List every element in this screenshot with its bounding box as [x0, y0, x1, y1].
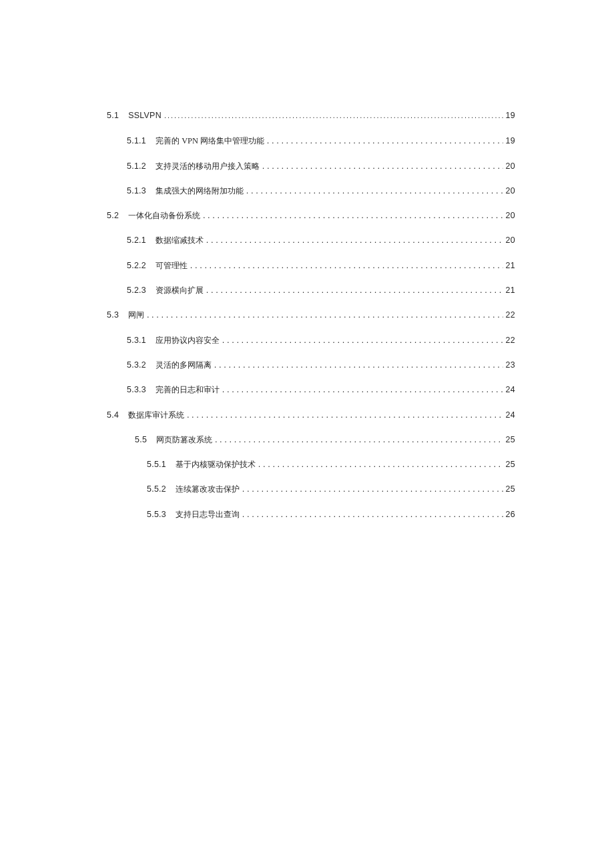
toc-page: 24	[506, 385, 515, 394]
toc-label: 5.3.3	[127, 385, 146, 394]
toc-entry-5-1-2[interactable]: 5.1.2 支持灵活的移动用户接入策略 . . . . . . . . . . …	[127, 161, 515, 185]
toc-title: 连续篡改攻击保护	[176, 484, 240, 495]
toc-label: 5.1.3	[127, 186, 146, 195]
toc-label: 5.5.1	[147, 460, 166, 469]
toc-container: 5.1 SSLVPN .............................…	[107, 111, 515, 534]
toc-entry-5-2-2[interactable]: 5.2.2 可管理性 . . . . . . . . . . . . . . .…	[127, 260, 515, 285]
toc-label: 5.3.2	[127, 360, 146, 370]
toc-leader: . . . . . . . . . . . . . . . . . . . . …	[258, 460, 503, 470]
toc-entry-5-3-3[interactable]: 5.3.3 完善的日志和审计 . . . . . . . . . . . . .…	[127, 384, 515, 409]
toc-page: 21	[506, 261, 515, 270]
toc-entry-5-3[interactable]: 5.3 网闸 . . . . . . . . . . . . . . . . .…	[107, 310, 515, 334]
toc-entry-5-1[interactable]: 5.1 SSLVPN .............................…	[107, 111, 515, 135]
toc-label: 5.2	[107, 211, 119, 220]
toc-page: 23	[506, 360, 515, 370]
toc-page: 22	[506, 336, 515, 345]
toc-entry-5-1-3[interactable]: 5.1.3 集成强大的网络附加功能 . . . . . . . . . . . …	[127, 185, 515, 210]
toc-title: 网闸	[128, 310, 144, 321]
toc-page: 20	[506, 236, 515, 245]
toc-label: 5.1	[107, 111, 119, 120]
toc-page: 25	[506, 484, 515, 494]
toc-title: 完善的日志和审计	[156, 384, 220, 396]
toc-leader: . . . . . . . . . . . . . . . . . . . . …	[222, 336, 503, 346]
toc-page: 25	[506, 435, 515, 444]
toc-title: SSLVPN	[128, 111, 162, 120]
toc-entry-5-5-1[interactable]: 5.5.1 基于内核驱动保护技术 . . . . . . . . . . . .…	[147, 459, 515, 484]
toc-title: 灵活的多网隔离	[156, 360, 212, 371]
toc-label: 5.3.1	[127, 336, 146, 345]
toc-label: 5.2.3	[127, 286, 146, 295]
toc-title: 集成强大的网络附加功能	[156, 185, 244, 197]
toc-leader: . . . . . . . . . . . . . . . . . . . . …	[147, 310, 503, 320]
toc-leader: . . . . . . . . . . . . . . . . . . . . …	[246, 186, 503, 196]
toc-page: 19	[506, 136, 515, 145]
toc-label: 5.4	[107, 410, 119, 420]
toc-page: 22	[506, 310, 515, 320]
toc-leader: . . . . . . . . . . . . . . . . . . . . …	[267, 136, 503, 146]
toc-leader: . . . . . . . . . . . . . . . . . . . . …	[187, 410, 503, 420]
toc-entry-5-3-2[interactable]: 5.3.2 灵活的多网隔离 . . . . . . . . . . . . . …	[127, 360, 515, 384]
toc-title: 数据缩减技术	[156, 235, 204, 246]
toc-page: 20	[506, 161, 515, 171]
toc-leader: . . . . . . . . . . . . . . . . . . . . …	[215, 435, 503, 445]
toc-leader: . . . . . . . . . . . . . . . . . . . . …	[262, 161, 503, 171]
toc-entry-5-2-3[interactable]: 5.2.3 资源横向扩展 . . . . . . . . . . . . . .…	[127, 285, 515, 310]
toc-entry-5-3-1[interactable]: 5.3.1 应用协议内容安全 . . . . . . . . . . . . .…	[127, 335, 515, 360]
toc-title: 应用协议内容安全	[156, 335, 220, 346]
toc-title: 网页防篡改系统	[156, 434, 212, 446]
toc-label: 5.2.2	[127, 261, 146, 270]
toc-page: 21	[506, 286, 515, 295]
toc-entry-5-5[interactable]: 5.5 网页防篡改系统 . . . . . . . . . . . . . . …	[135, 434, 515, 459]
toc-title: 基于内核驱动保护技术	[176, 459, 256, 470]
toc-title: 一体化自动备份系统	[128, 210, 200, 222]
toc-entry-5-5-3[interactable]: 5.5.3 支持日志导出查询 . . . . . . . . . . . . .…	[147, 509, 515, 534]
toc-label: 5.5	[135, 435, 147, 444]
toc-entry-5-4[interactable]: 5.4 数据库审计系统 . . . . . . . . . . . . . . …	[107, 410, 515, 434]
toc-title: 数据库审计系统	[128, 410, 184, 421]
toc-page: 20	[506, 186, 515, 195]
toc-entry-5-5-2[interactable]: 5.5.2 连续篡改攻击保护 . . . . . . . . . . . . .…	[147, 484, 515, 508]
toc-leader: . . . . . . . . . . . . . . . . . . . . …	[214, 360, 503, 370]
toc-leader: ........................................…	[164, 111, 503, 119]
toc-page: 25	[506, 460, 515, 469]
toc-leader: . . . . . . . . . . . . . . . . . . . . …	[190, 261, 503, 271]
toc-title: 可管理性	[156, 260, 188, 272]
toc-title: 完善的 VPN 网络集中管理功能	[156, 135, 264, 147]
toc-leader: . . . . . . . . . . . . . . . . . . . . …	[206, 286, 503, 296]
toc-label: 5.1.2	[127, 161, 146, 171]
toc-title: 支持日志导出查询	[176, 509, 240, 520]
toc-leader: . . . . . . . . . . . . . . . . . . . . …	[203, 211, 503, 221]
toc-page: 19	[506, 111, 515, 120]
toc-leader: . . . . . . . . . . . . . . . . . . . . …	[206, 236, 503, 246]
toc-label: 5.5.2	[147, 484, 166, 494]
toc-page: 26	[506, 510, 515, 519]
toc-leader: . . . . . . . . . . . . . . . . . . . . …	[242, 484, 503, 494]
toc-page: 24	[506, 410, 515, 420]
toc-label: 5.1.1	[127, 136, 146, 145]
toc-entry-5-2[interactable]: 5.2 一体化自动备份系统 . . . . . . . . . . . . . …	[107, 210, 515, 235]
toc-label: 5.5.3	[147, 510, 166, 519]
toc-label: 5.3	[107, 310, 119, 320]
toc-label: 5.2.1	[127, 236, 146, 245]
toc-entry-5-1-1[interactable]: 5.1.1 完善的 VPN 网络集中管理功能 . . . . . . . . .…	[127, 135, 515, 160]
toc-leader: . . . . . . . . . . . . . . . . . . . . …	[242, 510, 503, 520]
toc-title: 支持灵活的移动用户接入策略	[156, 161, 260, 172]
toc-title: 资源横向扩展	[156, 285, 204, 296]
toc-entry-5-2-1[interactable]: 5.2.1 数据缩减技术 . . . . . . . . . . . . . .…	[127, 235, 515, 260]
toc-leader: . . . . . . . . . . . . . . . . . . . . …	[222, 385, 503, 395]
toc-page: 20	[506, 211, 515, 220]
